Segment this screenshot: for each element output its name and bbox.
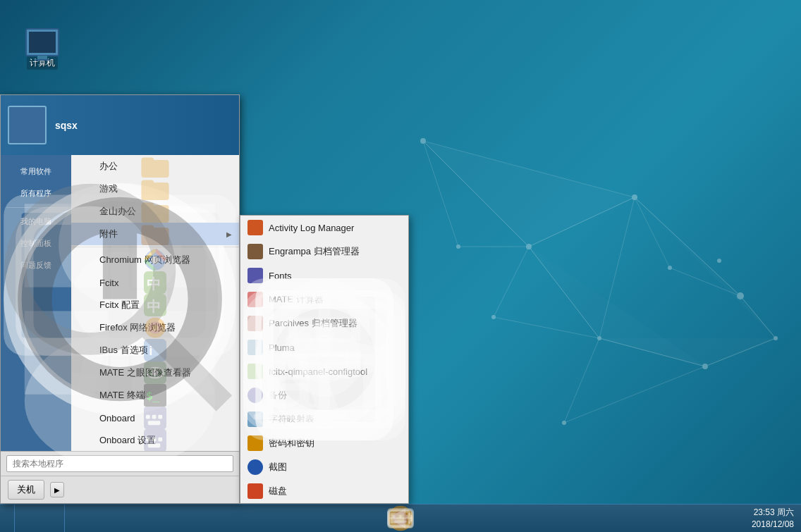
start-menu: sqsx 常用软件 所有程序 我的电脑 (0, 94, 240, 504)
svg-point-21 (632, 194, 637, 200)
desktop-icon-computer[interactable]: 计算机 (14, 28, 71, 70)
svg-rect-129 (390, 513, 404, 524)
svg-point-22 (737, 292, 744, 299)
svg-line-14 (635, 197, 670, 268)
svg-line-9 (494, 317, 599, 338)
svg-line-10 (494, 247, 529, 317)
power-icon (1, 95, 239, 503)
svg-point-112 (252, 347, 396, 419)
taskbar-right: 23:53 周六 2018/12/08 (666, 505, 801, 532)
svg-point-20 (526, 244, 532, 249)
computer-icon (25, 28, 59, 56)
svg-point-30 (717, 259, 721, 263)
svg-point-19 (420, 138, 426, 144)
power-button[interactable]: 关机 (8, 480, 44, 500)
submenu-disk[interactable]: 磁盘 (240, 479, 408, 503)
svg-marker-15 (423, 141, 635, 247)
desktop: 计算机 sqsx 常用软件 (0, 0, 801, 532)
svg-point-28 (668, 266, 672, 270)
submenu-accessories: Activity Log Manager Engrampa 归档管理器 A Fo… (240, 215, 409, 504)
disk-icon (247, 483, 263, 499)
svg-marker-17 (635, 197, 776, 338)
battery-icon[interactable] (732, 512, 746, 526)
taskbar: 23:53 周六 2018/12/08 (0, 504, 801, 532)
svg-line-31 (564, 338, 599, 423)
svg-point-25 (774, 336, 778, 340)
power-section: 关机 ▶ (1, 476, 239, 503)
svg-rect-128 (409, 515, 412, 522)
svg-marker-18 (599, 338, 776, 366)
svg-line-32 (564, 366, 705, 423)
svg-point-27 (456, 245, 460, 249)
svg-point-26 (491, 315, 496, 319)
